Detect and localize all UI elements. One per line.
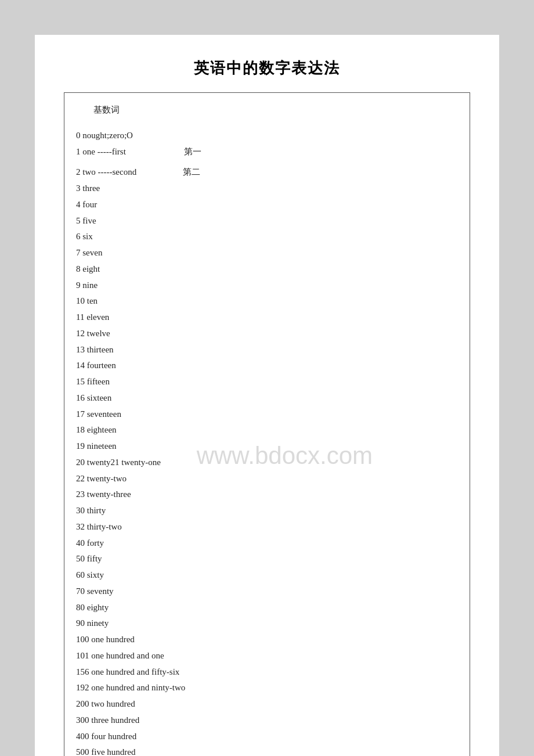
- entry-text: 17 seventeen: [76, 406, 121, 423]
- list-item: 1 one -----first 第一: [76, 144, 458, 160]
- list-item: 32 thirty-two: [76, 519, 458, 535]
- entry-text: 90 ninety: [76, 615, 109, 632]
- list-item: 70 seventy: [76, 584, 458, 600]
- entry-text: 8 eight: [76, 261, 100, 278]
- entry-text: 14 fourteen: [76, 358, 116, 374]
- list-item: 9 nine: [76, 278, 458, 294]
- page-title: 英语中的数字表达法: [64, 58, 470, 78]
- list-item: 156 one hundred and fifty-six: [76, 664, 458, 681]
- list-item: 16 sixteen: [76, 390, 458, 406]
- entry-text: 100 one hundred: [76, 632, 135, 648]
- entry-text: 156 one hundred and fifty-six: [76, 664, 179, 681]
- list-item: 7 seven: [76, 245, 458, 261]
- entry-text: 50 fifty: [76, 551, 102, 567]
- list-item: 23 twenty-three: [76, 487, 458, 503]
- entry-text: 11 eleven: [76, 309, 109, 326]
- list-item: 19 nineteen: [76, 438, 458, 455]
- entry-text: 10 ten: [76, 293, 98, 309]
- entry-text: 80 eighty: [76, 600, 109, 616]
- entry-text: 3 three: [76, 181, 100, 197]
- entry-text-continued: 21 twenty-one: [111, 455, 161, 471]
- list-item: 90 ninety: [76, 615, 458, 632]
- ordinal-text: 第二: [183, 164, 200, 181]
- list-item: 101 one hundred and one: [76, 648, 458, 664]
- entry-text: 300 three hundred: [76, 712, 139, 729]
- entry-text: 4 four: [76, 197, 97, 213]
- list-item: 5 five: [76, 213, 458, 229]
- entry-text: 7 seven: [76, 245, 102, 261]
- entry-text: 9 nine: [76, 278, 98, 294]
- list-item: 80 eighty: [76, 600, 458, 616]
- list-item: 4 four: [76, 197, 458, 213]
- list-item: 40 forty: [76, 535, 458, 552]
- entry-text: 22 twenty-two: [76, 471, 127, 487]
- entry-text: 20 twenty: [76, 455, 111, 471]
- entry-text: 32 thirty-two: [76, 519, 122, 535]
- list-item: 50 fifty: [76, 551, 458, 567]
- list-item: 12 twelve: [76, 326, 458, 342]
- section-header: 基数词: [93, 102, 458, 118]
- entry-text: 30 thirty: [76, 503, 106, 519]
- entry-text: 18 eighteen: [76, 422, 117, 438]
- entry-text: 23 twenty-three: [76, 487, 131, 503]
- entry-text: 40 forty: [76, 535, 104, 552]
- list-item: 22 twenty-two: [76, 471, 458, 487]
- page: 英语中的数字表达法 www.bdocx.com 基数词 0 nought;zer…: [35, 35, 499, 756]
- entry-text: 13 thirteen: [76, 342, 114, 358]
- entry-text: 2 two -----second: [76, 164, 136, 181]
- list-item: 30 thirty: [76, 503, 458, 519]
- entry-text: 0 nought;zero;O: [76, 128, 133, 144]
- list-item: 13 thirteen: [76, 342, 458, 358]
- entry-text: 16 sixteen: [76, 390, 111, 406]
- entry-text: 400 four hundred: [76, 729, 136, 745]
- list-item: 10 ten: [76, 293, 458, 309]
- ordinal-text: 第一: [184, 144, 201, 160]
- list-item: 192 one hundred and ninty-two: [76, 680, 458, 696]
- entry-text: 60 sixty: [76, 567, 104, 584]
- list-item: 8 eight: [76, 261, 458, 278]
- entry-text: 6 six: [76, 229, 93, 245]
- entry-text: 5 five: [76, 213, 96, 229]
- entry-text: 19 nineteen: [76, 438, 117, 455]
- entry-text: 192 one hundred and ninty-two: [76, 680, 185, 696]
- list-item: 3 three: [76, 181, 458, 197]
- content-box: www.bdocx.com 基数词 0 nought;zero;O 1 one …: [64, 92, 470, 756]
- entry-text: 101 one hundred and one: [76, 648, 164, 664]
- entry-text: 500 five hundred: [76, 744, 135, 756]
- list-item: 60 sixty: [76, 567, 458, 584]
- entry-text: 15 fifteen: [76, 374, 110, 390]
- list-item: 17 seventeen: [76, 406, 458, 423]
- list-item: 15 fifteen: [76, 374, 458, 390]
- list-item: 11 eleven: [76, 309, 458, 326]
- entry-text: 12 twelve: [76, 326, 110, 342]
- list-item: 2 two -----second 第二: [76, 164, 458, 181]
- entry-text: 200 two hundred: [76, 696, 135, 712]
- list-item: 0 nought;zero;O: [76, 128, 458, 144]
- list-item: 6 six: [76, 229, 458, 245]
- list-item: 100 one hundred: [76, 632, 458, 648]
- list-item: 400 four hundred: [76, 729, 458, 745]
- list-item: 300 three hundred: [76, 712, 458, 729]
- list-item: 18 eighteen: [76, 422, 458, 438]
- entry-text: 1 one -----first: [76, 144, 126, 160]
- entry-text: 70 seventy: [76, 584, 114, 600]
- list-item: 200 two hundred: [76, 696, 458, 712]
- list-item: 500 five hundred: [76, 744, 458, 756]
- list-item: 20 twenty21 twenty-one: [76, 455, 458, 471]
- list-item: 14 fourteen: [76, 358, 458, 374]
